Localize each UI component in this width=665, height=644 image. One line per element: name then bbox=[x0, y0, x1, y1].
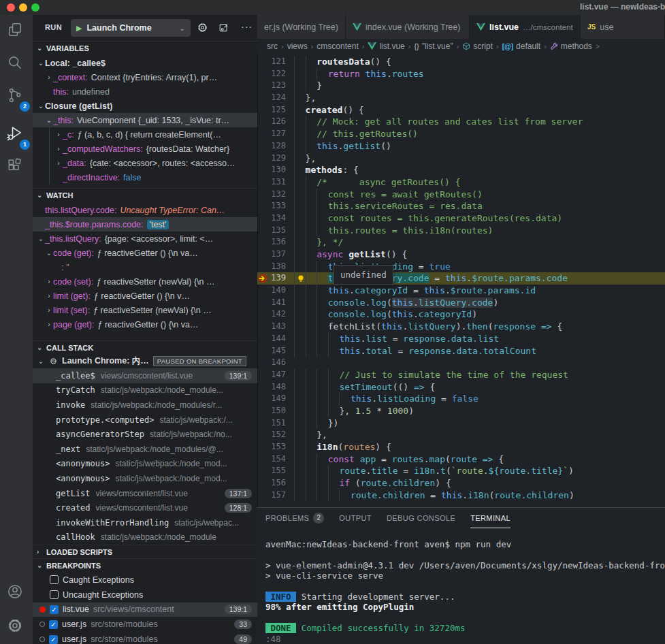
line-number[interactable]: 146 bbox=[257, 357, 286, 369]
watch-row[interactable]: ›limit (set):ƒ reactiveSetter (newVal) {… bbox=[33, 303, 257, 317]
variable-row[interactable]: _directInactive:false bbox=[33, 170, 257, 184]
chevron-down-icon[interactable]: ⌄ bbox=[45, 117, 53, 124]
chevron-right-icon[interactable]: › bbox=[45, 307, 53, 314]
line-number[interactable]: 127 bbox=[257, 128, 286, 140]
line-number[interactable]: 155 bbox=[257, 465, 286, 477]
line-number[interactable]: 124 bbox=[257, 92, 286, 104]
panel-tab-problems[interactable]: PROBLEMS2 bbox=[265, 508, 324, 528]
stack-frame-row[interactable]: <anonymous>static/js/webpack:/node_mod..… bbox=[33, 457, 257, 472]
code-line[interactable]: 143fetchList(this.listQuery).then(respon… bbox=[257, 321, 665, 333]
watch-row[interactable]: ⌄code (get):ƒ reactiveGetter () {\n va… bbox=[33, 246, 257, 260]
chevron-right-icon[interactable]: › bbox=[54, 160, 63, 167]
watch-row[interactable]: : '' bbox=[33, 260, 257, 274]
line-number[interactable]: 149 bbox=[257, 393, 286, 405]
variable-row[interactable]: ›_context:Context {tryEntries: Array(1),… bbox=[33, 70, 257, 84]
code-line[interactable]: 130methods: { bbox=[257, 164, 665, 176]
code-line[interactable]: 138this.listLoading = true bbox=[257, 261, 665, 273]
code-line[interactable]: 135this.routes = this.i18n(routes) bbox=[257, 225, 665, 237]
stack-frame-row[interactable]: getListviews/cmscontent/list.vue137:1 bbox=[33, 486, 257, 501]
line-number[interactable]: 134 bbox=[257, 212, 286, 225]
debug-console-icon[interactable] bbox=[218, 21, 231, 35]
line-number[interactable]: 150 bbox=[257, 405, 286, 417]
code-line[interactable]: 127// this.getRoutes() bbox=[257, 128, 665, 140]
call-stack-section-header[interactable]: ⌄CALL STACK bbox=[33, 340, 257, 354]
stack-frame-row[interactable]: _nextstatic/js/webpack:/node_modules/@..… bbox=[33, 442, 257, 457]
settings-gear-icon[interactable] bbox=[5, 616, 27, 639]
variable-row[interactable]: ⌄Local: _callee$ bbox=[33, 56, 257, 70]
breakpoint-row[interactable]: ✓user.jssrc/store/modules49 bbox=[33, 632, 257, 644]
code-line[interactable]: 156if (route.children) { bbox=[257, 477, 665, 489]
stack-frame-row[interactable]: asyncGeneratorStepstatic/js/webpack:/no.… bbox=[33, 427, 257, 442]
line-number[interactable]: 129 bbox=[257, 152, 286, 165]
breakpoint-checkbox[interactable]: ✓ bbox=[50, 605, 59, 614]
breakpoint-row[interactable]: ✓user.jssrc/store/modules33 bbox=[33, 617, 257, 632]
variable-row[interactable]: this:undefined bbox=[33, 84, 257, 99]
chevron-down-icon[interactable]: ⌄ bbox=[37, 103, 45, 110]
watch-row[interactable]: ›code (set):ƒ reactiveSetter (newVal) {\… bbox=[33, 274, 257, 289]
line-number[interactable]: 144 bbox=[257, 333, 286, 345]
chevron-right-icon[interactable]: › bbox=[54, 131, 63, 138]
line-number[interactable]: 132 bbox=[257, 189, 286, 201]
line-number[interactable]: 142 bbox=[257, 308, 286, 321]
stack-frame-row[interactable]: <anonymous>static/js/webpack:/node_mod..… bbox=[33, 471, 257, 486]
chevron-down-icon[interactable]: ⌄ bbox=[37, 60, 45, 67]
line-number[interactable]: 126 bbox=[257, 116, 286, 128]
editor-tab[interactable]: list.vue…/cmscontent× bbox=[470, 15, 581, 39]
variable-row[interactable]: ›_data:{cate: <accessor>, routes: <acces… bbox=[33, 156, 257, 170]
chevron-right-icon[interactable]: › bbox=[45, 321, 53, 328]
line-number[interactable]: 122 bbox=[257, 68, 286, 80]
variable-row[interactable]: ›_c:ƒ (a, b, c, d) { return createElemen… bbox=[33, 127, 257, 142]
code-line[interactable]: 154const app = routes.map(route => { bbox=[257, 453, 665, 466]
paused-breakpoint-arrow-icon[interactable] bbox=[258, 274, 267, 283]
code-line[interactable]: 133this.serviceRoutes = res.data bbox=[257, 200, 665, 212]
line-number[interactable]: 128 bbox=[257, 140, 286, 152]
lightbulb-icon[interactable] bbox=[297, 274, 305, 283]
line-number[interactable]: 151 bbox=[257, 417, 286, 430]
code-line[interactable]: 148setTimeout(() => { bbox=[257, 381, 665, 393]
watch-row[interactable]: ›page (get):ƒ reactiveGetter () {\n va… bbox=[33, 317, 257, 332]
editor-tab[interactable]: index.vue (Working Tree) bbox=[346, 15, 470, 39]
variable-row[interactable]: ›_computedWatchers:{routesData: Watcher} bbox=[33, 142, 257, 156]
breakpoint-row[interactable]: ✓list.vuesrc/views/cmscontent139:1 bbox=[33, 602, 257, 617]
code-editor[interactable]: 121routesData() {122return this.routes12… bbox=[257, 54, 665, 509]
account-icon[interactable] bbox=[5, 582, 27, 605]
line-number[interactable]: 125 bbox=[257, 104, 286, 116]
code-line[interactable]: 140this.categoryId = this.$route.params.… bbox=[257, 285, 665, 297]
breakpoint-row[interactable]: Caught Exceptions bbox=[33, 573, 257, 587]
code-line[interactable]: 134const routes = this.generateRoutes(re… bbox=[257, 212, 665, 225]
breadcrumb-item[interactable]: src bbox=[267, 42, 278, 51]
code-line[interactable]: 142console.log(this.categoryId) bbox=[257, 308, 665, 321]
code-line[interactable]: 125created() { bbox=[257, 104, 665, 116]
code-line[interactable]: 150}, 1.5 * 1000) bbox=[257, 405, 665, 417]
variable-row[interactable]: ⌄Closure (getList) bbox=[33, 99, 257, 113]
breakpoint-checkbox[interactable]: ✓ bbox=[49, 620, 58, 629]
watch-row[interactable]: ⌄_this.listQuery:{page: <accessor>, limi… bbox=[33, 231, 257, 246]
breadcrumb-item[interactable]: [@]default bbox=[502, 42, 540, 51]
editor-tab[interactable]: JSuse bbox=[581, 15, 665, 39]
breakpoint-row[interactable]: Uncaught Exceptions bbox=[33, 587, 257, 602]
debug-settings-gear-icon[interactable] bbox=[196, 21, 210, 35]
breadcrumb-item[interactable]: script bbox=[462, 42, 493, 51]
breadcrumb-item[interactable]: methods bbox=[550, 42, 592, 51]
code-line[interactable]: 153i18n(routes) { bbox=[257, 441, 665, 453]
panel-tab-debug-console[interactable]: DEBUG CONSOLE bbox=[387, 508, 455, 528]
source-control-icon[interactable]: 2 bbox=[5, 86, 27, 109]
code-line[interactable]: 128this.getList() bbox=[257, 140, 665, 152]
run-debug-icon[interactable]: 1 bbox=[5, 124, 27, 147]
code-line[interactable]: 145this.total = response.data.totalCount bbox=[257, 345, 665, 357]
watch-row[interactable]: ›limit (get):ƒ reactiveGetter () {\n v… bbox=[33, 289, 257, 303]
window-close-button[interactable] bbox=[7, 3, 15, 12]
panel-tab-output[interactable]: OUTPUT bbox=[339, 508, 372, 528]
code-line[interactable]: 141console.log(this.listQuery.code) bbox=[257, 297, 665, 309]
loaded-scripts-section-header[interactable]: ›LOADED SCRIPTS bbox=[33, 545, 257, 558]
line-number[interactable]: 147 bbox=[257, 369, 286, 381]
line-number[interactable]: 153 bbox=[257, 441, 286, 453]
variables-section-header[interactable]: ⌄VARIABLES bbox=[33, 41, 257, 54]
start-debug-icon[interactable]: ▶ bbox=[76, 24, 82, 33]
line-number[interactable]: 140 bbox=[257, 285, 286, 297]
line-number[interactable]: 135 bbox=[257, 225, 286, 237]
breadcrumb-item[interactable]: list.vue bbox=[368, 42, 404, 51]
line-number[interactable]: 130 bbox=[257, 164, 286, 176]
code-line[interactable]: 122return this.routes bbox=[257, 68, 665, 80]
editor-tab[interactable]: er.js (Working Tree) bbox=[257, 15, 346, 39]
